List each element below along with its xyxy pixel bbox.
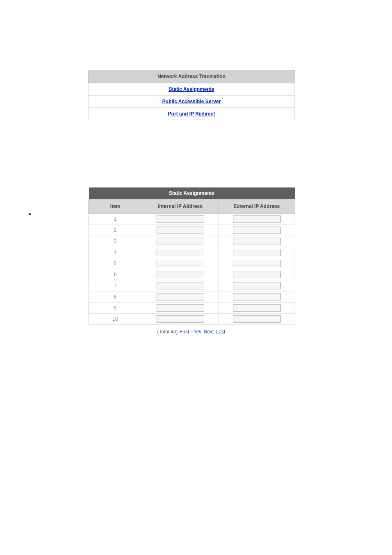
cell-external-ip (219, 247, 295, 258)
internal-ip-input[interactable] (157, 249, 204, 256)
row-item-number: 9 (89, 303, 142, 314)
cell-external-ip (219, 236, 295, 247)
cell-external-ip (219, 314, 295, 325)
row-item-number: 5 (89, 258, 142, 269)
page-first[interactable]: First (180, 329, 189, 335)
cell-external-ip (219, 225, 295, 236)
table-row: 10 (89, 314, 295, 325)
row-item-number: 10 (89, 314, 142, 325)
internal-ip-input[interactable] (157, 227, 204, 234)
table-row: 1 (89, 214, 295, 225)
sa-title: Static Assignments (89, 187, 295, 199)
cell-external-ip (219, 280, 295, 291)
internal-ip-input[interactable] (157, 315, 204, 323)
internal-ip-input[interactable] (157, 293, 204, 301)
nat-menu: Network Address Translation Static Assig… (88, 70, 295, 120)
page-prev[interactable]: Prev (191, 329, 202, 335)
table-row: 3 (89, 236, 295, 247)
internal-ip-input[interactable] (157, 304, 204, 312)
col-internal-ip: Internal IP Address (142, 199, 219, 214)
table-row: 6 (89, 269, 295, 280)
bullet-icon: • (29, 210, 31, 218)
internal-ip-input[interactable] (157, 260, 204, 267)
external-ip-input[interactable] (233, 215, 281, 223)
external-ip-input[interactable] (233, 271, 281, 278)
table-row: 2 (89, 225, 295, 236)
cell-internal-ip (142, 303, 219, 314)
cell-external-ip (219, 258, 295, 269)
row-item-number: 1 (89, 214, 142, 225)
external-ip-input[interactable] (233, 249, 281, 256)
cell-internal-ip (142, 214, 219, 225)
link-port-and-ip-redirect[interactable]: Port and IP Redirect (168, 111, 215, 117)
cell-external-ip (219, 214, 295, 225)
cell-internal-ip (142, 225, 219, 236)
nat-menu-header: Network Address Translation (88, 70, 295, 83)
external-ip-input[interactable] (233, 238, 281, 245)
internal-ip-input[interactable] (157, 238, 204, 245)
row-item-number: 4 (89, 247, 142, 258)
static-assignments-table: Static Assignments Item Internal IP Addr… (88, 187, 295, 325)
cell-internal-ip (142, 236, 219, 247)
row-item-number: 8 (89, 291, 142, 303)
row-item-number: 7 (89, 280, 142, 291)
internal-ip-input[interactable] (157, 271, 204, 278)
col-external-ip: External IP Address (219, 199, 295, 214)
external-ip-input[interactable] (233, 260, 281, 267)
table-row: 7 (89, 280, 295, 291)
pagination-total: (Total:40) (157, 329, 178, 335)
table-row: 8 (89, 291, 295, 303)
cell-internal-ip (142, 269, 219, 280)
table-row: 5 (89, 258, 295, 269)
page-last[interactable]: Last (216, 329, 226, 335)
link-static-assignments[interactable]: Static Assignments (169, 86, 214, 92)
cell-internal-ip (142, 280, 219, 291)
external-ip-input[interactable] (233, 293, 281, 301)
row-item-number: 2 (89, 225, 142, 236)
col-item: Item (89, 199, 142, 214)
table-row: 4 (89, 247, 295, 258)
external-ip-input[interactable] (233, 282, 281, 289)
cell-internal-ip (142, 247, 219, 258)
external-ip-input[interactable] (233, 227, 281, 234)
pagination: (Total:40) First Prev Next Last (88, 329, 295, 335)
external-ip-input[interactable] (233, 315, 281, 323)
row-item-number: 6 (89, 269, 142, 280)
cell-external-ip (219, 269, 295, 280)
page-next[interactable]: Next (204, 329, 214, 335)
row-item-number: 3 (89, 236, 142, 247)
table-row: 9 (89, 303, 295, 314)
cell-internal-ip (142, 258, 219, 269)
internal-ip-input[interactable] (157, 215, 204, 223)
cell-internal-ip (142, 314, 219, 325)
link-public-accessible-server[interactable]: Public Accessible Server (162, 99, 221, 104)
cell-external-ip (219, 291, 295, 303)
internal-ip-input[interactable] (157, 282, 204, 289)
external-ip-input[interactable] (233, 304, 281, 312)
cell-internal-ip (142, 291, 219, 303)
cell-external-ip (219, 303, 295, 314)
